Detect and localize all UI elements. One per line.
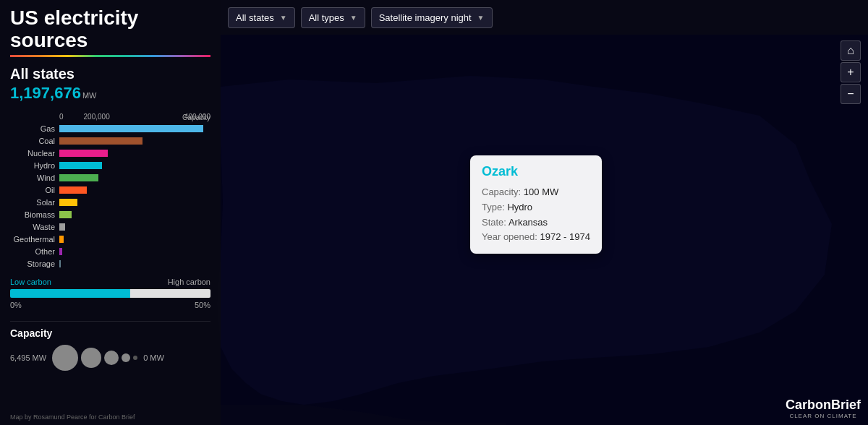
bar-fill-coal xyxy=(59,137,142,145)
bar-label-storage: Storage xyxy=(10,259,59,268)
tooltip-year-label: Year opened: xyxy=(482,231,537,242)
tooltip: Ozark Capacity: 100 MW Type: Hydro State… xyxy=(470,155,602,254)
carbon-labels: Low carbon High carbon xyxy=(10,278,210,286)
chart-area: 0 200,000 400,000 Capacity GasCoalNuclea… xyxy=(10,113,210,269)
bar-row-waste: Waste xyxy=(10,222,210,232)
bar-fill-waste xyxy=(59,223,65,231)
bar-fill-hydro xyxy=(59,162,102,169)
bar-label-coal: Coal xyxy=(10,137,59,145)
carbonbrief-logo: CarbonBrief Clear on Climate xyxy=(786,398,861,419)
carbon-scale-area: Low carbon High carbon 0% 50% xyxy=(10,278,210,309)
bar-row-solar: Solar xyxy=(10,197,210,207)
bar-fill-nuclear xyxy=(59,150,108,157)
bar-track-other xyxy=(59,248,210,255)
bar-label-nuclear: Nuclear xyxy=(10,149,59,158)
left-panel: US electricity sources All states 1,197,… xyxy=(0,0,221,425)
bar-label-waste: Waste xyxy=(10,223,59,231)
bar-track-oil xyxy=(59,186,210,194)
bar-label-other: Other xyxy=(10,247,59,256)
bar-track-solar xyxy=(59,199,210,206)
cb-sub: Clear on Climate xyxy=(786,413,861,419)
axis-200k: 200,000 xyxy=(84,113,184,121)
bar-track-storage xyxy=(59,260,210,267)
bar-fill-gas xyxy=(59,125,203,132)
tooltip-capacity-label: Capacity: xyxy=(482,186,521,197)
capacity-legend: Capacity 6,495 MW 0 MW xyxy=(10,321,210,371)
bar-label-wind: Wind xyxy=(10,173,59,182)
zoom-out-button[interactable]: − xyxy=(841,84,861,104)
top-bar: All states ▼ All types ▼ Satellite image… xyxy=(221,0,868,35)
map-dropdown-arrow: ▼ xyxy=(477,14,485,22)
carbon-low-label: Low carbon xyxy=(10,278,51,286)
tooltip-body: Capacity: 100 MW Type: Hydro State: Arka… xyxy=(482,185,590,245)
bar-row-oil: Oil xyxy=(10,185,210,195)
tooltip-title: Ozark xyxy=(482,164,590,179)
bar-row-geothermal: Geothermal xyxy=(10,234,210,244)
bar-label-gas: Gas xyxy=(10,124,59,133)
bar-label-hydro: Hydro xyxy=(10,161,59,170)
tooltip-type-label: Type: xyxy=(482,202,505,212)
carbon-high-label: High carbon xyxy=(168,278,210,286)
tooltip-state-label: State: xyxy=(482,217,506,228)
cap-circle-1 xyxy=(52,345,78,371)
bar-row-hydro: Hydro xyxy=(10,160,210,171)
cap-right-label: 0 MW xyxy=(143,353,164,362)
bar-fill-wind xyxy=(59,174,98,181)
title-underline xyxy=(10,55,210,57)
states-dropdown[interactable]: All states ▼ xyxy=(228,7,295,28)
cap-circle-5 xyxy=(133,356,137,360)
map-credit: Map by Rosamund Pearce for Carbon Brief xyxy=(10,413,135,421)
region-label: All states xyxy=(10,66,210,82)
cap-circle-4 xyxy=(122,353,130,362)
bar-track-waste xyxy=(59,223,210,231)
capacity-axis-label: Capacity xyxy=(182,113,210,121)
bar-track-geothermal xyxy=(59,236,210,243)
bar-track-gas xyxy=(59,125,210,132)
bar-label-geothermal: Geothermal xyxy=(10,235,59,244)
capacity-total: 1,197,676MW xyxy=(10,84,210,103)
cap-circle-2 xyxy=(81,348,101,368)
bar-row-other: Other xyxy=(10,246,210,257)
bar-track-biomass xyxy=(59,211,210,218)
cap-circle-3 xyxy=(104,351,119,365)
app-title: US electricity sources xyxy=(10,7,210,52)
capacity-value: 1,197,676 xyxy=(10,84,81,102)
bar-label-biomass: Biomass xyxy=(10,210,59,219)
bar-fill-biomass xyxy=(59,211,72,218)
capacity-circles: 6,495 MW 0 MW xyxy=(10,345,210,371)
carbon-pct-0: 0% xyxy=(10,301,22,309)
carbon-pct-50: 50% xyxy=(195,301,210,309)
bar-track-coal xyxy=(59,137,210,145)
types-dropdown-label: All types xyxy=(309,12,344,23)
states-dropdown-arrow: ▼ xyxy=(280,14,287,22)
capacity-legend-title: Capacity xyxy=(10,327,210,339)
bar-fill-oil xyxy=(59,186,87,194)
map-dropdown-label: Satellite imagery night xyxy=(379,12,472,23)
carbon-percent-labels: 0% 50% xyxy=(10,301,210,309)
bar-fill-solar xyxy=(59,199,77,206)
bar-label-solar: Solar xyxy=(10,198,59,207)
types-dropdown-arrow: ▼ xyxy=(350,14,357,22)
zoom-in-button[interactable]: + xyxy=(841,62,861,82)
bars-container: GasCoalNuclearHydroWindOilSolarBiomassWa… xyxy=(10,124,210,269)
bar-row-biomass: Biomass xyxy=(10,210,210,220)
bar-track-hydro xyxy=(59,162,210,169)
bar-row-nuclear: Nuclear xyxy=(10,148,210,158)
states-dropdown-label: All states xyxy=(236,12,274,23)
bar-fill-storage xyxy=(59,260,61,267)
zoom-home-button[interactable]: ⌂ xyxy=(841,40,861,61)
tooltip-type-value: Hydro xyxy=(507,202,532,212)
bar-row-coal: Coal xyxy=(10,136,210,146)
bar-fill-other xyxy=(59,248,62,255)
bar-track-wind xyxy=(59,174,210,181)
axis-0: 0 xyxy=(59,113,64,121)
cb-name: CarbonBrief xyxy=(786,398,861,413)
types-dropdown[interactable]: All types ▼ xyxy=(301,7,365,28)
bar-row-gas: Gas xyxy=(10,124,210,134)
zoom-controls: ⌂ + − xyxy=(841,40,861,104)
tooltip-capacity-value: 100 MW xyxy=(524,186,558,197)
main-container: All states ▼ All types ▼ Satellite image… xyxy=(0,0,868,425)
tooltip-year-value: 1972 - 1974 xyxy=(540,231,590,242)
tooltip-state-value: Arkansas xyxy=(509,217,548,228)
map-dropdown[interactable]: Satellite imagery night ▼ xyxy=(371,7,493,28)
